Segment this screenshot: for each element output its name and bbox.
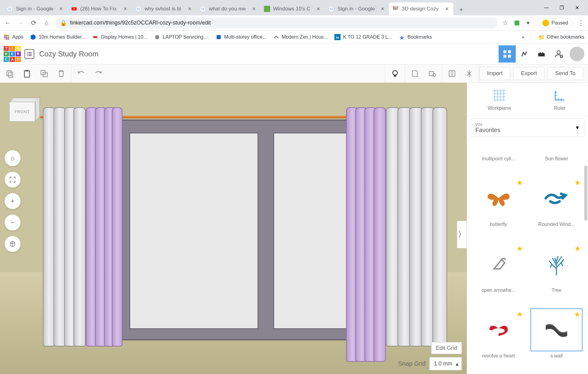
- bookmark-item[interactable]: LAPTOP Servicing....: [154, 34, 209, 40]
- import-button[interactable]: Import: [479, 67, 510, 80]
- scrollbar[interactable]: [584, 166, 587, 221]
- send-to-button[interactable]: Send To: [548, 67, 583, 80]
- export-button[interactable]: Export: [513, 67, 545, 80]
- shape-category-select[interactable]: you Favorites ▼: [471, 118, 584, 137]
- favorite-star-icon[interactable]: ★: [516, 178, 523, 187]
- apps-bookmark[interactable]: Apps: [4, 34, 23, 40]
- undo-icon[interactable]: [76, 69, 86, 78]
- bookmark-item[interactable]: 10m Homes Builder...: [30, 34, 85, 40]
- bookmarks-bar: Apps 10m Homes Builder... Display Homes …: [0, 31, 588, 44]
- user-avatar[interactable]: [570, 47, 584, 61]
- favorite-star-icon[interactable]: ★: [574, 178, 581, 187]
- bookmark-item[interactable]: Display Homes | 10...: [92, 34, 147, 40]
- bricks-mode-button[interactable]: [533, 45, 550, 63]
- favorite-star-icon[interactable]: ★: [574, 310, 581, 319]
- svg-point-23: [4, 38, 6, 40]
- blocks-mode-button[interactable]: [516, 45, 533, 63]
- panel-toggle-button[interactable]: 〉: [457, 221, 467, 248]
- redo-icon[interactable]: [93, 69, 103, 78]
- home-button[interactable]: ⌂: [42, 19, 51, 27]
- shape-butterfly[interactable]: ★ butterfly: [471, 177, 526, 240]
- reload-button[interactable]: ⟳: [29, 19, 38, 27]
- shape-rounded-wind[interactable]: ★ Rounded Wind...: [529, 177, 585, 240]
- bulb-icon[interactable]: [390, 69, 400, 78]
- shape-s-wall[interactable]: ★ s wall: [529, 308, 585, 372]
- bookmark-item[interactable]: Multi-storey office...: [216, 34, 266, 40]
- bookmark-star-icon[interactable]: ☆: [502, 19, 508, 27]
- project-name[interactable]: Cozy Study Room: [39, 50, 98, 58]
- group-icon[interactable]: [447, 69, 457, 78]
- tab-3[interactable]: Gwhy svhost is bl✕: [132, 2, 196, 15]
- curtain-object[interactable]: [43, 107, 86, 346]
- bookmark-item[interactable]: ★Bookmarks: [399, 34, 432, 40]
- other-bookmarks[interactable]: 📁Other bookmarks: [538, 34, 584, 40]
- shape-sun-flower[interactable]: Sun flower: [529, 139, 585, 174]
- extensions-puzzle-icon[interactable]: ✦: [526, 19, 533, 27]
- curtain-object[interactable]: [346, 107, 386, 362]
- 3d-canvas[interactable]: FRONT ⌂ + − 〉 Edit Grid Snap Grid 1.0 mm: [0, 83, 467, 374]
- notes-icon[interactable]: [410, 69, 420, 78]
- url-input[interactable]: 🔒 tinkercad.com/things/92c5zOCCARl-cozy-…: [55, 17, 498, 29]
- zoom-out-button[interactable]: −: [5, 215, 21, 231]
- zoom-in-button[interactable]: +: [5, 193, 21, 209]
- close-icon[interactable]: ✕: [315, 6, 321, 12]
- kebab-menu-icon[interactable]: ⋮: [578, 19, 584, 27]
- bookmark-item[interactable]: Modern Zen | Hous...: [273, 34, 328, 40]
- list-view-icon[interactable]: [24, 49, 34, 59]
- workplane-tool[interactable]: Workplane: [488, 88, 511, 111]
- duplicate-icon[interactable]: [39, 69, 49, 78]
- shape-open-arrowhead[interactable]: ★ open arrowhe...: [471, 243, 526, 306]
- viewcube[interactable]: FRONT: [9, 98, 40, 123]
- toggle-visibility-icon[interactable]: [427, 69, 437, 78]
- viewcube-front-label: FRONT: [9, 102, 35, 122]
- curtain-object[interactable]: [386, 107, 447, 346]
- close-icon[interactable]: ✕: [251, 6, 257, 12]
- close-icon[interactable]: ✕: [123, 6, 128, 12]
- forward-button[interactable]: →: [17, 19, 25, 27]
- shape-multipoint-cylinder[interactable]: multipoint cyli...: [471, 139, 526, 174]
- minimize-button[interactable]: —: [543, 5, 549, 11]
- close-icon[interactable]: ✕: [444, 6, 450, 12]
- shape-revolve-heart[interactable]: ★ revolve a heart: [471, 308, 526, 372]
- favorite-star-icon[interactable]: ★: [516, 310, 523, 319]
- profile-paused-button[interactable]: Paused: [538, 18, 573, 28]
- new-tab-button[interactable]: +: [456, 4, 467, 15]
- close-icon[interactable]: ✕: [380, 6, 385, 12]
- favorite-star-icon[interactable]: ★: [516, 244, 523, 253]
- tinkercad-logo[interactable]: TIN KER CAD: [4, 46, 21, 62]
- star-icon: ★: [399, 34, 405, 40]
- shape-tree[interactable]: ★ Tree: [529, 243, 585, 306]
- maximize-button[interactable]: ❐: [559, 5, 565, 11]
- tab-7-active[interactable]: 3D design Cozy✕: [389, 2, 453, 15]
- snap-grid-select[interactable]: 1.0 mm: [429, 357, 462, 370]
- bookmark-item[interactable]: inK TO 12 GRADE 3 L...: [334, 34, 392, 40]
- extension-icon[interactable]: [513, 19, 521, 27]
- collaborate-button[interactable]: +: [550, 45, 567, 63]
- tab-2[interactable]: (26) How To Fix✕: [67, 2, 132, 15]
- ortho-view-button[interactable]: [5, 236, 21, 252]
- home-view-button[interactable]: ⌂: [5, 150, 21, 166]
- close-icon[interactable]: ✕: [58, 6, 64, 12]
- url-text: tinkercad.com/things/92c5zOCCARl-cozy-st…: [70, 20, 211, 26]
- close-icon[interactable]: ✕: [187, 6, 192, 12]
- close-window-button[interactable]: ✕: [574, 5, 580, 11]
- back-button[interactable]: ←: [4, 19, 12, 27]
- edit-grid-button[interactable]: Edit Grid: [431, 342, 462, 354]
- ruler-tool[interactable]: Ruler: [552, 88, 567, 111]
- delete-icon[interactable]: [56, 69, 66, 78]
- tinkercad-icon: [393, 6, 399, 12]
- tab-6[interactable]: GSign in - Google✕: [325, 2, 389, 15]
- fit-view-button[interactable]: [5, 172, 21, 188]
- paste-icon[interactable]: [22, 69, 32, 78]
- more-bookmarks-button[interactable]: »: [522, 34, 524, 40]
- bookmark-favicon: [154, 34, 160, 40]
- tab-1[interactable]: GSign in - Google✕: [3, 2, 67, 15]
- copy-icon[interactable]: [5, 69, 15, 78]
- tab-4[interactable]: Gwhat do you me✕: [196, 2, 260, 15]
- tab-5[interactable]: Windows 10's C✕: [260, 2, 325, 15]
- curtain-object[interactable]: [86, 107, 123, 346]
- design-mode-button[interactable]: [499, 45, 516, 63]
- svg-point-17: [4, 34, 6, 36]
- favorite-star-icon[interactable]: ★: [574, 244, 581, 253]
- align-icon[interactable]: [464, 69, 474, 78]
